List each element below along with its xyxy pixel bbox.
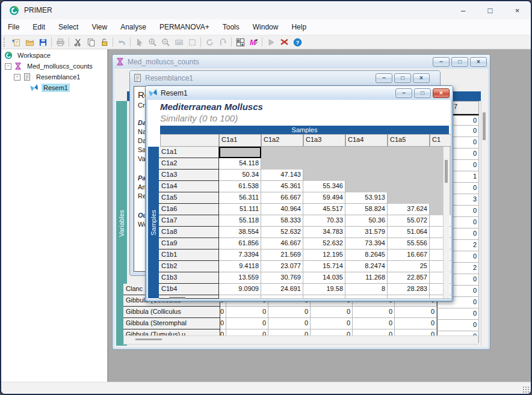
cut-icon[interactable] <box>72 37 84 47</box>
med-data-cell[interactable]: 0 <box>226 318 268 329</box>
matrix-cell[interactable]: 46.667 <box>261 238 303 250</box>
matrix-cell[interactable]: 14.035 <box>303 272 345 284</box>
resem1-close-button[interactable]: × <box>433 88 450 98</box>
matrix-cell[interactable]: 56.311 <box>219 192 261 204</box>
matrix-cell[interactable] <box>345 147 388 158</box>
matrix-cell[interactable]: 47.143 <box>261 170 303 181</box>
tree-item-label[interactable]: Resemblance1 <box>34 73 82 81</box>
matrix-corner-cell[interactable] <box>160 134 219 147</box>
resemblance1-close-button[interactable]: × <box>413 73 430 83</box>
matrix-col-header[interactable]: C1a1 <box>219 134 261 147</box>
save-icon[interactable] <box>37 37 49 47</box>
matrix-cell[interactable]: 7.3394 <box>219 250 261 261</box>
undo-icon[interactable] <box>116 37 128 47</box>
matrix-cell[interactable] <box>388 192 430 204</box>
matrix-col-header[interactable]: C1a4 <box>345 134 388 147</box>
med-data-cell[interactable]: 0 <box>311 318 353 329</box>
matrix-cell[interactable]: 55.556 <box>388 238 430 250</box>
med-vertical-scrollbar[interactable] <box>481 101 487 346</box>
matrix-row-label[interactable]: C1a9 <box>159 238 219 250</box>
matrix-cell[interactable]: 55.072 <box>388 215 430 227</box>
pointer-icon[interactable] <box>133 37 145 47</box>
med-data-cell[interactable]: 0 <box>220 307 226 318</box>
scrollbar-thumb[interactable] <box>135 338 162 340</box>
matrix-cell[interactable]: 51.111 <box>219 204 261 215</box>
matrix-row-label[interactable]: C1b4 <box>159 284 219 295</box>
menu-view[interactable]: View <box>85 21 114 33</box>
med-data-cell[interactable]: 0 <box>395 318 437 329</box>
matrix-cell[interactable]: 31.579 <box>345 227 388 238</box>
print-icon[interactable] <box>54 37 66 47</box>
matrix-cell[interactable]: 61.856 <box>219 238 261 250</box>
tree-expander-icon[interactable]: - <box>14 74 20 81</box>
matrix-row-label[interactable]: C1b1 <box>159 250 219 261</box>
menu-file[interactable]: File <box>1 21 26 33</box>
matrix-cell[interactable] <box>261 147 303 158</box>
matrix-cell[interactable]: 50.34 <box>219 170 261 181</box>
matrix-cell[interactable] <box>261 295 303 299</box>
toolbar-grip[interactable] <box>4 37 8 47</box>
matrix-col-header[interactable]: C1 <box>430 134 451 147</box>
resemblance1-restore-button[interactable]: □ <box>394 73 411 83</box>
tree-item-workspace[interactable]: Workspace <box>1 51 107 60</box>
med-data-cell[interactable]: 0 <box>226 307 268 318</box>
resem1-restore-button[interactable]: □ <box>414 88 431 98</box>
resize-grip-icon[interactable] <box>522 386 529 393</box>
matrix-cell[interactable]: 66.667 <box>261 192 303 204</box>
scrollbar-thumb[interactable] <box>483 112 486 140</box>
matrix-cell[interactable]: 73.394 <box>345 238 388 250</box>
matrix-cell[interactable] <box>303 295 345 299</box>
matrix-cell[interactable] <box>388 181 430 192</box>
med-row-label[interactable]: Gibbula (Steromphal <box>123 318 220 329</box>
spin-icon[interactable] <box>217 37 229 47</box>
maximize-button[interactable]: □ <box>477 2 504 19</box>
matrix-cell[interactable]: 23.077 <box>261 261 303 272</box>
matrix-cell[interactable]: 58.333 <box>261 215 303 227</box>
matrix-col-header[interactable]: C1a5 <box>388 134 430 147</box>
resem1-minimize-button[interactable]: – <box>395 88 412 98</box>
scrollbar-thumb[interactable] <box>445 160 448 183</box>
matrix-cell[interactable] <box>303 170 345 181</box>
matrix-row-label[interactable]: C1a5 <box>159 192 219 204</box>
med-data-cell[interactable]: 0 <box>395 307 437 318</box>
matrix-cell[interactable]: 52.632 <box>261 227 303 238</box>
matrix-cell[interactable]: 34.783 <box>303 227 345 238</box>
matrix-cell[interactable]: 16.667 <box>388 250 430 261</box>
matrix-cell[interactable]: 25 <box>388 261 430 272</box>
med-data-cell[interactable]: 0 <box>268 318 311 329</box>
menu-tools[interactable]: Tools <box>216 21 246 33</box>
minimize-button[interactable]: – <box>450 2 477 19</box>
resemblance1-titlebar[interactable]: Resemblance1 – □ × <box>130 71 440 85</box>
open-icon[interactable] <box>23 37 36 47</box>
matrix-row-label[interactable]: C1a3 <box>159 170 219 181</box>
matrix-cell[interactable]: 55.118 <box>219 215 261 227</box>
help-icon[interactable]: ? <box>291 37 303 47</box>
tree-item-label[interactable]: Med_molluscs_counts <box>25 62 94 70</box>
matrix-cell[interactable] <box>345 181 388 192</box>
matrix-cell[interactable]: 11.268 <box>345 272 388 284</box>
matrix-cell[interactable]: 45.361 <box>261 181 303 192</box>
matrix-row-label[interactable]: C1a4 <box>159 181 219 192</box>
matrix-cell[interactable]: 54.118 <box>219 158 261 170</box>
matrix-row-label[interactable] <box>159 295 219 299</box>
matrix-cell[interactable]: 51.064 <box>388 227 430 238</box>
matrix-cell[interactable]: 30.769 <box>261 272 303 284</box>
resem1-titlebar[interactable]: Resem1 – □ × <box>146 86 453 100</box>
menu-window[interactable]: Window <box>246 21 285 33</box>
med-close-button[interactable]: × <box>470 57 487 67</box>
matrix-cell[interactable]: 37.624 <box>388 204 430 215</box>
tree-item-label[interactable]: Resem1 <box>42 84 70 92</box>
zoom-100-icon[interactable]: 100 <box>173 37 185 47</box>
matrix-cell[interactable]: 19.58 <box>303 284 345 295</box>
matrix-cell[interactable]: 40.964 <box>261 204 303 215</box>
med-horizontal-scrollbar[interactable] <box>123 335 478 344</box>
resemblance1-minimize-button[interactable]: – <box>376 73 392 83</box>
tree-item-med_molluscs_counts[interactable]: -Med_molluscs_counts <box>1 61 107 71</box>
copy-icon[interactable] <box>85 37 97 47</box>
matrix-cell[interactable]: 52.632 <box>303 238 345 250</box>
zoom-in-icon[interactable] <box>146 37 158 47</box>
rank-icon[interactable]: Rk <box>234 37 246 47</box>
med-minimize-button[interactable]: – <box>433 57 450 67</box>
matrix-row-label[interactable]: C1a2 <box>159 158 219 170</box>
matrix-cell[interactable]: 22.857 <box>388 272 430 284</box>
